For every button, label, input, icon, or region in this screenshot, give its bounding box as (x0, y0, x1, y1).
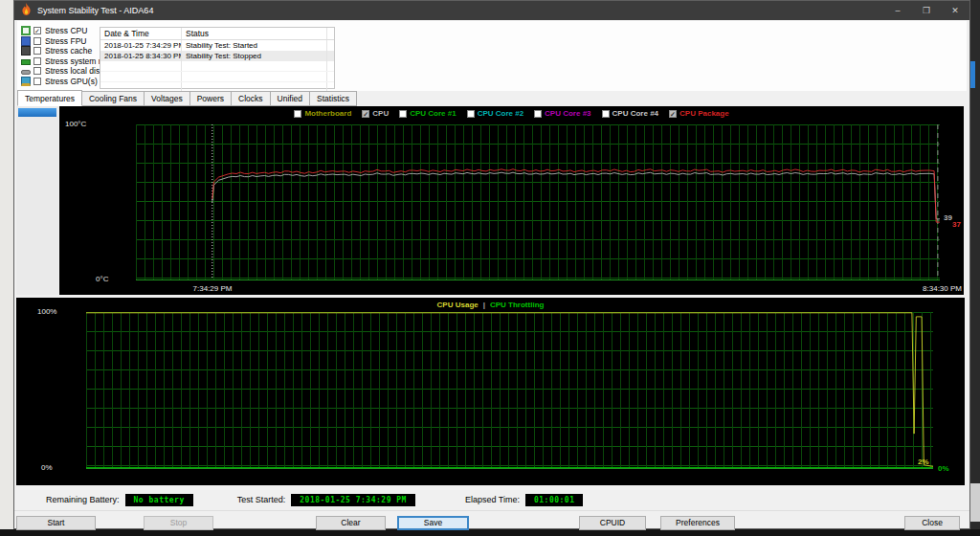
cpuid-button[interactable]: CPUID (579, 516, 646, 530)
legend-checkbox-cpu-package[interactable] (669, 110, 677, 118)
cell-datetime (100, 61, 182, 71)
cell-spacer (327, 40, 334, 51)
close-button[interactable]: Close (904, 516, 960, 530)
x-tick-start: 7:34:29 PM (193, 284, 233, 293)
table-row[interactable]: 2018-01-25 8:34:30 PMStability Test: Sto… (100, 51, 334, 61)
remaining-battery-value: No battery (125, 494, 193, 506)
legend-checkbox-motherboard[interactable] (294, 110, 301, 118)
gpu-icon (21, 77, 31, 86)
top-panel: Stress CPUStress FPUStress cacheStress s… (17, 21, 967, 91)
cell-spacer (327, 51, 334, 61)
y-axis-min-label: 0°C (96, 275, 108, 283)
legend-label: CPU Core #2 (478, 109, 523, 118)
titlebar[interactable]: System Stability Test - AIDA64 – ❐ ✕ (14, 1, 969, 20)
window-title: System Stability Test - AIDA64 (37, 6, 883, 15)
maximize-button[interactable]: ❐ (912, 1, 941, 20)
checkbox-stress-fpu[interactable] (33, 37, 41, 45)
desktop-blue-accent (970, 61, 975, 88)
temperature-chart-legend: MotherboardCPUCPU Core #1CPU Core #2CPU … (59, 109, 964, 118)
minimize-button[interactable]: – (883, 1, 912, 20)
legend-label: CPU Core #3 (545, 109, 590, 118)
table-row-empty (100, 61, 334, 72)
stability-test-window: System Stability Test - AIDA64 – ❐ ✕ Str… (13, 0, 970, 529)
legend-item-cpu-core-3: CPU Core #3 (534, 109, 590, 118)
disk-icon (21, 70, 31, 75)
temperature-chart: MotherboardCPUCPU Core #1CPU Core #2CPU … (59, 106, 964, 295)
y-axis-min-label: 0% (41, 463, 53, 472)
legend-item-cpu-core-1: CPU Core #1 (399, 109, 456, 118)
close-window-button[interactable]: ✕ (941, 1, 969, 20)
tab-cooling-fans[interactable]: Cooling Fans (82, 91, 145, 106)
column-header-status: Status (182, 28, 327, 39)
checkbox-stress-gpu-s[interactable] (33, 78, 41, 85)
legend-item-cpu-core-2: CPU Core #2 (467, 109, 523, 118)
legend-checkbox-cpu-core-1[interactable] (399, 110, 407, 118)
series-title-cpu-usage: CPU Usage (437, 301, 479, 309)
checkbox-stress-system-memory[interactable] (33, 57, 41, 65)
legend-label: CPU Core #4 (612, 109, 658, 118)
stress-label: Stress CPU (45, 26, 87, 35)
legend-item-motherboard: Motherboard (294, 109, 351, 118)
legend-checkbox-cpu-core-4[interactable] (602, 110, 610, 118)
cell-datetime: 2018-01-25 8:34:30 PM (100, 51, 182, 61)
stress-label: Stress GPU(s) (45, 77, 98, 86)
series-title-cpu-throttling: CPU Throttling (490, 301, 544, 309)
chart-canvas (136, 124, 940, 279)
test-started-value: 2018-01-25 7:34:29 PM (291, 494, 415, 506)
status-row: Remaining Battery: No battery Test Start… (14, 491, 969, 508)
y-axis-max-label: 100% (37, 307, 56, 316)
temperature-plot: 3937 (136, 124, 940, 280)
cache-icon (21, 46, 31, 56)
checkbox-stress-cache[interactable] (33, 47, 41, 55)
log-table[interactable]: Date & TimeStatus2018-01-25 7:34:29 PMSt… (100, 27, 335, 89)
cell-status (182, 72, 327, 81)
legend-checkbox-cpu[interactable] (362, 110, 369, 118)
checkbox-stress-local-disks[interactable] (33, 67, 41, 75)
checkbox-stress-cpu[interactable] (33, 27, 41, 34)
series-end-value-cpu-throttling: 0% (938, 464, 949, 473)
cell-datetime: 2018-01-25 7:34:29 PM (100, 40, 182, 51)
remaining-battery-label: Remaining Battery: (46, 495, 120, 504)
start-button[interactable]: Start (16, 516, 96, 530)
cpu-icon (21, 26, 31, 35)
legend-item-cpu-core-4: CPU Core #4 (602, 109, 658, 118)
cpu-usage-chart: CPU Usage|CPU Throttling 100% 0% 2%0% (16, 298, 965, 485)
table-row-empty (100, 72, 334, 82)
column-header-spacer (327, 28, 334, 39)
clear-button[interactable]: Clear (316, 516, 386, 530)
series-end-value-cpu: 39 (944, 213, 952, 222)
elapsed-time-label: Elapsed Time: (465, 495, 520, 504)
tab-powers[interactable]: Powers (190, 91, 232, 106)
legend-checkbox-cpu-core-2[interactable] (467, 110, 475, 118)
preferences-button[interactable]: Preferences (660, 516, 735, 530)
legend-item-cpu-package: CPU Package (669, 109, 729, 118)
cell-spacer (327, 72, 334, 81)
aida64-flame-icon (21, 2, 32, 19)
cell-status (182, 61, 327, 71)
tab-clocks[interactable]: Clocks (232, 91, 271, 106)
log-table-header: Date & TimeStatus (100, 28, 334, 40)
cell-status: Stability Test: Stopped (182, 51, 327, 61)
save-button[interactable]: Save (397, 516, 469, 530)
tab-unified[interactable]: Unified (271, 91, 310, 106)
desktop-light-block (970, 483, 980, 522)
legend-label: CPU Package (679, 109, 729, 118)
separator-line (14, 510, 969, 511)
table-row[interactable]: 2018-01-25 7:34:29 PMStability Test: Sta… (100, 40, 334, 51)
tab-statistics[interactable]: Statistics (310, 91, 357, 106)
memory-icon (21, 59, 31, 65)
tab-voltages[interactable]: Voltages (145, 91, 190, 106)
legend-label: CPU (372, 109, 389, 118)
button-row: StartStopClearSaveCPUIDPreferencesClose (14, 515, 969, 530)
tab-temperatures[interactable]: Temperatures (17, 90, 82, 106)
title-separator: | (483, 301, 485, 309)
x-tick-end: 8:34:30 PM (923, 284, 962, 293)
legend-label: Motherboard (304, 109, 351, 118)
chart-canvas (86, 312, 933, 468)
tabstrip: TemperaturesCooling FansVoltagesPowersCl… (17, 93, 357, 106)
stress-label: Stress FPU (45, 36, 86, 46)
legend-checkbox-cpu-core-3[interactable] (534, 110, 542, 118)
scrollbar-thumb[interactable] (18, 108, 56, 117)
y-axis-max-label: 100°C (65, 120, 86, 128)
cpu-usage-chart-title: CPU Usage|CPU Throttling (16, 301, 965, 309)
